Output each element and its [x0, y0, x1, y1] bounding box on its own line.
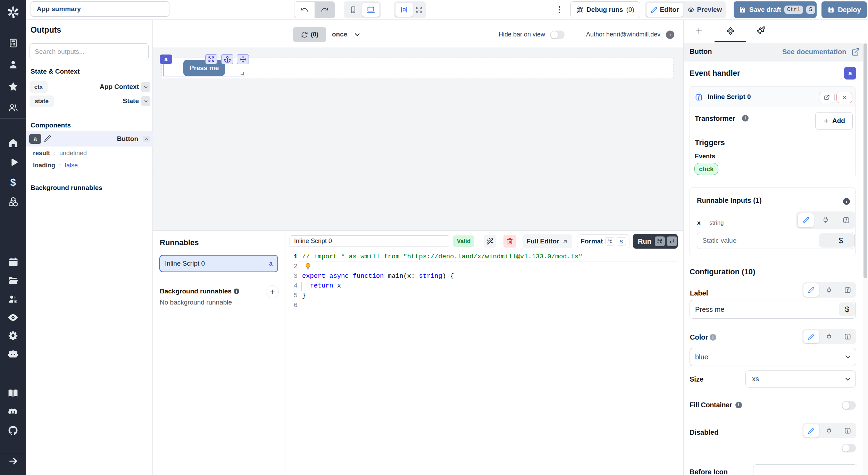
svg-text:f: f — [847, 428, 849, 433]
svg-text:f: f — [847, 288, 849, 292]
svg-text:f: f — [698, 94, 700, 100]
svg-text:f: f — [845, 218, 848, 223]
svg-text:f: f — [847, 334, 849, 339]
